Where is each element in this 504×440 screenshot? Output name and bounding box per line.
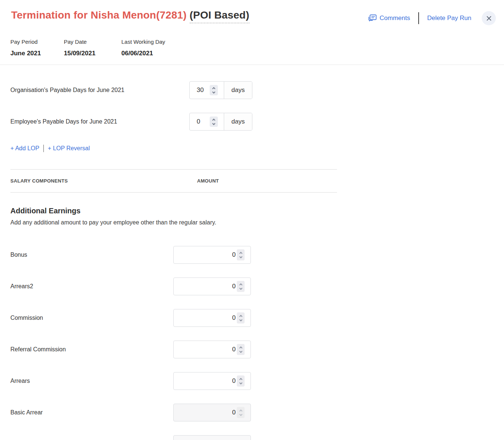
chevron-up-icon[interactable] <box>239 346 242 349</box>
earning-label: Arrears2 <box>10 283 173 290</box>
org-payable-days-field <box>190 82 224 99</box>
commission-amount-field <box>173 309 251 327</box>
commission-amount-input[interactable] <box>178 314 237 322</box>
header-divider <box>418 12 419 24</box>
earning-label: Bonus <box>10 252 173 258</box>
meta-value: 15/09/2021 <box>64 50 121 57</box>
bonus-amount-field <box>173 246 251 264</box>
referral-commission-amount-field <box>173 341 251 358</box>
chevron-down-icon[interactable] <box>239 349 242 352</box>
arrears-amount-field <box>173 372 251 390</box>
arrears-amount-input[interactable] <box>178 377 237 385</box>
bonus-amount-stepper[interactable] <box>237 249 245 260</box>
chevron-up-icon[interactable] <box>239 283 242 286</box>
chevron-up-icon[interactable] <box>239 378 242 381</box>
add-lop-link[interactable]: + Add LOP <box>10 145 39 152</box>
chevron-down-icon[interactable] <box>239 286 242 289</box>
org-payable-days-label: Organisation's Payable Days for June 202… <box>10 87 189 93</box>
earning-label: Commission <box>10 315 173 321</box>
salary-components-table-header: SALARY COMPONENTS AMOUNT <box>10 169 337 193</box>
earning-row-partial <box>10 435 337 440</box>
lop-links-divider <box>43 145 44 152</box>
header: Termination for Nisha Menon(7281) (POI B… <box>0 0 504 25</box>
arrears2-amount-field <box>173 278 251 295</box>
meta-last-working-day: Last Working Day 06/06/2021 <box>121 39 165 57</box>
chevron-down-icon <box>239 413 242 416</box>
chevron-up-icon[interactable] <box>239 315 242 318</box>
meta-value: 06/06/2021 <box>121 50 165 57</box>
comments-label: Comments <box>380 14 410 22</box>
chevron-down-icon[interactable] <box>212 90 215 93</box>
pay-meta: Pay Period June 2021 Pay Date 15/09/2021… <box>0 39 504 57</box>
pay-run-detail-page: Termination for Nisha Menon(7281) (POI B… <box>0 0 504 440</box>
basic-arrear-amount-input <box>178 409 237 416</box>
referral-commission-amount-stepper[interactable] <box>237 344 245 355</box>
lop-actions: + Add LOP + LOP Reversal <box>10 145 337 152</box>
emp-payable-days-input[interactable] <box>197 118 210 125</box>
page-title-poi-badge[interactable]: (POI Based) <box>190 9 249 23</box>
partial-amount-field[interactable] <box>173 435 251 440</box>
emp-payable-days-stepper[interactable] <box>210 116 218 127</box>
earning-label: Basic Arrear <box>10 409 173 416</box>
comments-button[interactable]: Comments <box>368 14 410 22</box>
page-title-employee: Termination for Nisha Menon(7281) <box>11 9 187 21</box>
earning-row-commission: Commission <box>10 309 337 327</box>
referral-commission-amount-input[interactable] <box>178 346 237 353</box>
org-payable-days-input[interactable] <box>197 86 210 94</box>
org-payable-days-row: Organisation's Payable Days for June 202… <box>10 81 337 99</box>
earning-row-arrears2: Arrears2 <box>10 278 337 295</box>
header-section-divider <box>0 65 504 65</box>
meta-value: June 2021 <box>10 50 64 57</box>
commission-amount-stepper[interactable] <box>237 312 245 324</box>
meta-label: Pay Date <box>64 39 121 45</box>
earning-row-arrears: Arrears <box>10 372 337 390</box>
additional-earnings-title: Additional Earnings <box>10 207 337 215</box>
chevron-up-icon[interactable] <box>239 252 242 255</box>
chevron-up-icon <box>239 409 242 412</box>
close-button[interactable] <box>482 11 496 25</box>
close-icon <box>486 16 492 21</box>
basic-arrear-amount-stepper <box>237 407 245 418</box>
additional-earnings-list: Bonus Arrears2 <box>10 246 337 440</box>
days-unit-label: days <box>224 82 252 99</box>
emp-payable-days-row: Employee's Payable Days for June 2021 da… <box>10 113 337 131</box>
arrears2-amount-input[interactable] <box>178 283 237 290</box>
org-payable-days-stepper[interactable] <box>210 85 218 95</box>
meta-pay-date: Pay Date 15/09/2021 <box>64 39 121 57</box>
earning-row-bonus: Bonus <box>10 246 337 264</box>
arrears-amount-stepper[interactable] <box>237 375 245 387</box>
emp-payable-days-label: Employee's Payable Days for June 2021 <box>10 118 189 125</box>
meta-pay-period: Pay Period June 2021 <box>10 39 64 57</box>
comments-icon <box>368 14 377 22</box>
chevron-down-icon[interactable] <box>239 381 242 384</box>
earning-label: Arrears <box>10 378 173 384</box>
chevron-down-icon[interactable] <box>239 255 242 258</box>
earning-label: Referral Commission <box>10 346 173 353</box>
page-title: Termination for Nisha Menon(7281) (POI B… <box>11 9 249 22</box>
basic-arrear-amount-field <box>173 404 251 421</box>
org-payable-days-group: days <box>189 81 252 99</box>
arrears2-amount-stepper[interactable] <box>237 281 245 292</box>
column-header-salary-components: SALARY COMPONENTS <box>10 178 197 184</box>
emp-payable-days-group: days <box>189 113 252 131</box>
days-unit-label: days <box>224 113 252 130</box>
earning-row-basic-arrear: Basic Arrear <box>10 404 337 421</box>
meta-label: Pay Period <box>10 39 64 45</box>
meta-label: Last Working Day <box>121 39 165 45</box>
chevron-down-icon[interactable] <box>239 318 242 321</box>
chevron-down-icon[interactable] <box>212 122 215 125</box>
chevron-up-icon[interactable] <box>212 87 215 90</box>
header-actions: Comments Delete Pay Run <box>368 11 496 25</box>
bonus-amount-input[interactable] <box>178 251 237 259</box>
additional-earnings-subtitle: Add any additional amount to pay your em… <box>10 219 337 226</box>
lop-reversal-link[interactable]: + LOP Reversal <box>48 145 90 152</box>
earning-row-referral-commission: Referral Commission <box>10 341 337 358</box>
pay-run-form: Organisation's Payable Days for June 202… <box>10 81 337 440</box>
column-header-amount: AMOUNT <box>197 178 219 184</box>
emp-payable-days-field <box>190 113 224 130</box>
delete-pay-run-button[interactable]: Delete Pay Run <box>427 14 471 22</box>
chevron-up-icon[interactable] <box>212 118 215 121</box>
